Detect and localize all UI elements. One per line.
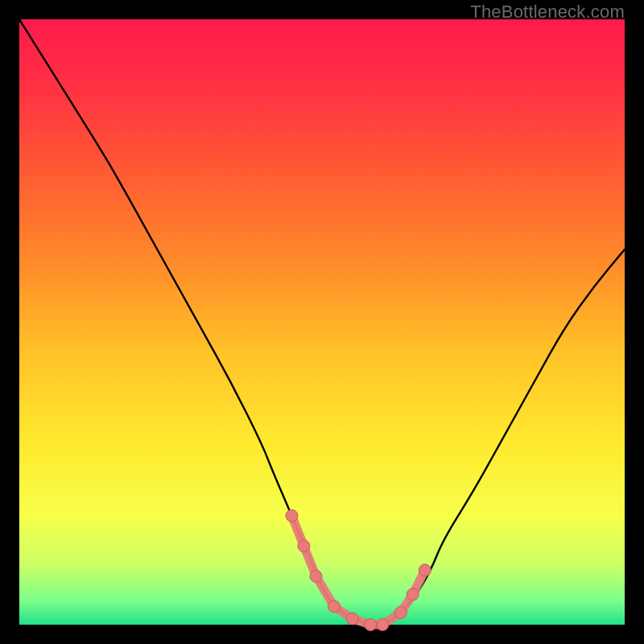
watermark-text: TheBottleneck.com [470, 2, 625, 23]
curve-path [19, 19, 625, 625]
marker-dot [328, 601, 341, 613]
marker-dot [286, 510, 298, 522]
marker-dot [394, 607, 407, 619]
marker-dot [407, 588, 419, 601]
marker-dot [298, 540, 310, 552]
marker-dot [377, 619, 389, 631]
marker-dot [346, 613, 358, 625]
bottleneck-curve [19, 19, 625, 625]
marker-dot [419, 564, 431, 576]
marker-dot [365, 619, 377, 631]
chart-frame: TheBottleneck.com [0, 0, 644, 644]
plot-area [19, 19, 625, 625]
marker-dot [310, 570, 322, 582]
